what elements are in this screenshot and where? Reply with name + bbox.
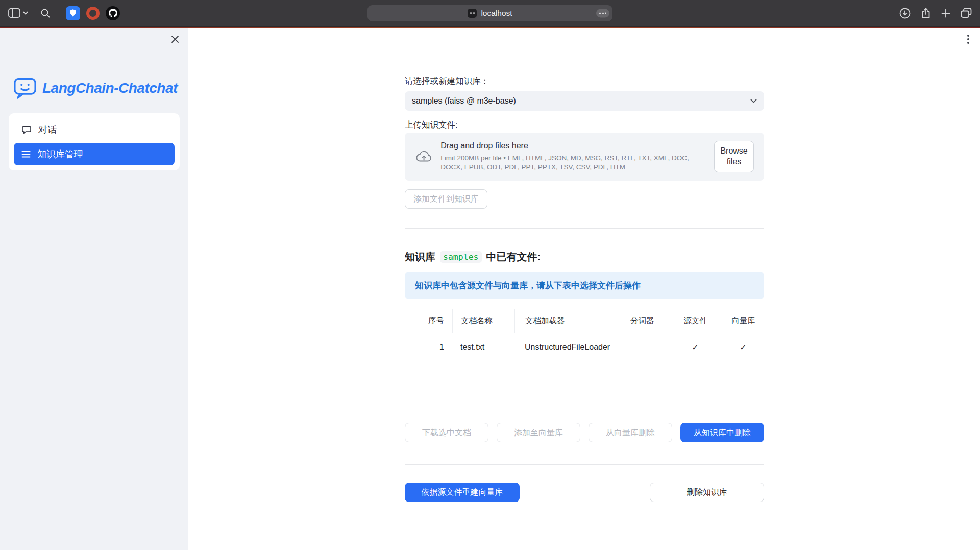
tab-overview-icon	[961, 8, 972, 18]
tab-overview-button[interactable]	[961, 8, 972, 18]
delete-from-kb-button[interactable]: 从知识库中删除	[680, 423, 764, 442]
shield-glyph	[69, 9, 77, 17]
cell-source-check: ✓	[668, 333, 723, 362]
chat-bubble-icon	[21, 124, 32, 135]
orange-extension-icon[interactable]	[86, 7, 100, 20]
dropzone-limit: Limit 200MB per file • EML, HTML, JSON, …	[440, 154, 706, 172]
sidebar-toggle-icon	[8, 8, 20, 18]
kb-heading-prefix: 知识库	[405, 250, 435, 264]
col-header-source: 源文件	[668, 309, 723, 333]
search-icon	[40, 8, 51, 18]
upload-label: 上传知识文件:	[405, 119, 764, 130]
sidebar-close-button[interactable]	[171, 35, 179, 45]
kb-name-code: samples	[440, 251, 482, 263]
address-bar[interactable]: localhost	[368, 5, 612, 21]
extensions-ellipsis-icon[interactable]	[596, 9, 609, 17]
sidebar-item-label: 对话	[38, 123, 57, 136]
site-favicon	[468, 9, 477, 18]
cell-loader: UnstructuredFileLoader	[514, 333, 620, 362]
sidebar-toggle-button[interactable]	[8, 8, 28, 18]
address-url: localhost	[481, 9, 512, 18]
plus-icon	[941, 8, 951, 18]
sidebar-item-label: 知识库管理	[37, 148, 83, 160]
add-to-vector-store-button[interactable]: 添加至向量库	[497, 423, 580, 442]
kb-select[interactable]: samples (faiss @ m3e-base)	[405, 91, 764, 111]
kb-files-table: 序号 文档名称 文档加载器 分词器 源文件 向量库 1 test.txt Uns…	[405, 309, 764, 410]
file-dropzone[interactable]: Drag and drop files here Limit 200MB per…	[405, 133, 764, 181]
rebuild-vector-store-button[interactable]: 依据源文件重建向量库	[405, 483, 520, 502]
browser-toolbar: localhost	[0, 0, 980, 27]
chevron-down-icon	[23, 11, 28, 15]
cell-splitter	[620, 333, 668, 362]
col-header-index: 序号	[405, 309, 452, 333]
content-column: 请选择或新建知识库： samples (faiss @ m3e-base) 上传…	[405, 28, 764, 502]
sidebar-item-kb-management[interactable]: 知识库管理	[14, 143, 175, 165]
extension-icons	[66, 6, 120, 20]
sidebar-item-chat[interactable]: 对话	[14, 118, 175, 141]
app-logo: LangChain-Chatchat	[13, 77, 188, 99]
cell-index: 1	[405, 333, 452, 362]
remove-from-vector-store-button[interactable]: 从向量库删除	[589, 423, 672, 442]
divider	[405, 228, 764, 229]
cell-name: test.txt	[452, 333, 514, 362]
blue-extension-icon[interactable]	[66, 6, 80, 20]
add-files-to-kb-button[interactable]: 添加文件到知识库	[405, 189, 487, 209]
col-header-vector: 向量库	[723, 309, 764, 333]
file-action-buttons: 下载选中文档 添加至向量库 从向量库删除 从知识库中删除	[405, 423, 764, 442]
cell-vector-check: ✓	[723, 333, 764, 362]
kb-footer-actions: 依据源文件重建向量库 删除知识库	[405, 483, 764, 502]
col-header-loader: 文档加载器	[514, 309, 620, 333]
chat-logo-icon	[13, 77, 37, 99]
sidebar: LangChain-Chatchat 对话 知识库管理	[0, 28, 188, 550]
kb-heading-suffix: 中已有文件:	[486, 250, 541, 264]
dropzone-title: Drag and drop files here	[440, 141, 706, 151]
divider	[405, 464, 764, 465]
kebab-menu-icon	[967, 34, 970, 44]
col-header-name: 文档名称	[452, 309, 514, 333]
delete-kb-button[interactable]: 删除知识库	[650, 483, 764, 502]
browse-files-button[interactable]: Browse files	[714, 141, 754, 172]
app-logo-text: LangChain-Chatchat	[42, 80, 178, 96]
main-area: 请选择或新建知识库： samples (faiss @ m3e-base) 上传…	[188, 28, 980, 550]
close-icon	[171, 35, 179, 43]
table-row[interactable]: 1 test.txt UnstructuredFileLoader ✓ ✓	[405, 333, 764, 362]
github-extension-icon[interactable]	[106, 6, 120, 20]
kb-files-heading: 知识库 samples 中已有文件:	[405, 250, 764, 264]
kb-list-icon	[21, 150, 31, 158]
table-header-row: 序号 文档名称 文档加载器 分词器 源文件 向量库	[405, 309, 764, 333]
kb-select-label: 请选择或新建知识库：	[405, 76, 764, 86]
sidebar-nav: 对话 知识库管理	[9, 113, 180, 170]
download-icon	[899, 7, 911, 19]
share-icon	[921, 7, 931, 19]
new-tab-button[interactable]	[941, 8, 951, 18]
cloud-upload-icon	[415, 149, 432, 164]
download-selected-button[interactable]: 下载选中文档	[405, 423, 488, 442]
search-button[interactable]	[40, 8, 51, 18]
app-menu-button[interactable]	[967, 34, 970, 46]
kb-info-box: 知识库中包含源文件与向量库，请从下表中选择文件后操作	[405, 272, 764, 299]
chevron-down-icon	[750, 99, 757, 103]
downloads-button[interactable]	[899, 7, 911, 19]
col-header-splitter: 分词器	[620, 309, 668, 333]
share-button[interactable]	[921, 7, 931, 19]
kb-select-value: samples (faiss @ m3e-base)	[412, 96, 516, 106]
github-icon	[109, 9, 117, 17]
